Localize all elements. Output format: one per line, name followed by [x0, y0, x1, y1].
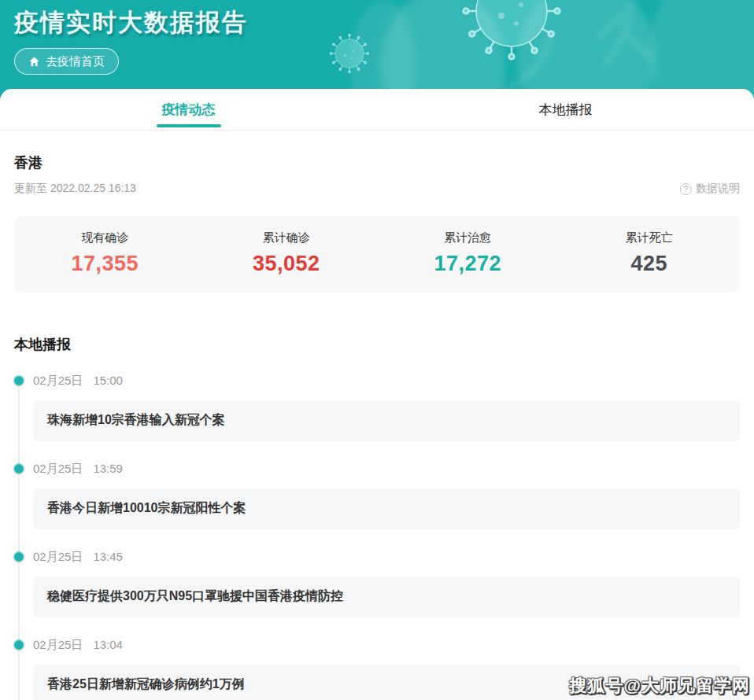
stat-value: 17,355: [14, 252, 196, 276]
stat-total-deaths: 累计死亡 425: [559, 230, 741, 276]
news-item-time: 02月25日13:04: [33, 638, 740, 653]
stat-value: 17,272: [377, 252, 559, 276]
content-panel: 疫情动态 本地播报 香港 更新至 2022.02.25 16:13 ? 数据说明…: [0, 89, 754, 700]
news-item-date: 02月25日: [33, 638, 83, 651]
news-item-time: 02月25日13:45: [33, 550, 740, 565]
page-header: 疫情实时大数据报告 去疫情首页: [0, 0, 754, 101]
data-note-link[interactable]: ? 数据说明: [680, 182, 740, 196]
tab-bar: 疫情动态 本地播报: [0, 89, 754, 131]
news-item: 02月25日13:59 香港今日新增10010宗新冠阳性个案: [14, 462, 740, 529]
stat-total-cured: 累计治愈 17,272: [377, 230, 559, 276]
go-epidemic-home-label: 去疫情首页: [46, 54, 105, 69]
help-icon: ?: [680, 183, 692, 195]
home-icon: [28, 56, 40, 68]
news-item: 02月25日15:00 珠海新增10宗香港输入新冠个案: [14, 374, 740, 441]
news-item-time: 02月25日15:00: [33, 374, 740, 389]
news-item-card[interactable]: 香港今日新增10010宗新冠阳性个案: [33, 488, 740, 529]
tab-local-broadcast-label: 本地播报: [539, 101, 593, 119]
stat-label: 累计确诊: [196, 230, 378, 245]
tab-epidemic-trends-label: 疫情动态: [162, 101, 216, 119]
page-title: 疫情实时大数据报告: [14, 6, 248, 39]
timeline-dot-icon: [14, 376, 24, 385]
region-section: 香港 更新至 2022.02.25 16:13 ? 数据说明: [0, 131, 754, 196]
news-item: 02月25日13:45 稳健医疗提供300万只N95口罩驰援中国香港疫情防控: [14, 550, 740, 617]
news-item-clock: 13:59: [93, 462, 123, 475]
news-item-clock: 13:04: [93, 638, 123, 651]
active-tab-underline: [157, 124, 221, 127]
timeline-dot-icon: [14, 640, 24, 650]
news-item-date: 02月25日: [33, 462, 83, 475]
tab-epidemic-trends[interactable]: 疫情动态: [0, 89, 377, 130]
timeline-dot-icon: [14, 464, 24, 473]
update-timestamp: 更新至 2022.02.25 16:13: [14, 182, 136, 196]
news-item-date: 02月25日: [33, 550, 83, 563]
stat-total-confirmed: 累计确诊 35,052: [196, 230, 378, 276]
region-name: 香港: [14, 153, 740, 172]
news-item-card[interactable]: 稳健医疗提供300万只N95口罩驰援中国香港疫情防控: [33, 577, 740, 617]
news-item-clock: 15:00: [93, 374, 123, 387]
news-item-time: 02月25日13:59: [33, 462, 740, 477]
stat-label: 累计治愈: [377, 230, 559, 245]
local-broadcast-section: 本地播报 02月25日15:00 珠海新增10宗香港输入新冠个案 02月25日1…: [14, 335, 740, 700]
stat-label: 现有确诊: [14, 230, 196, 245]
news-item-date: 02月25日: [33, 374, 83, 387]
go-epidemic-home-button[interactable]: 去疫情首页: [14, 48, 119, 75]
tab-local-broadcast[interactable]: 本地播报: [377, 89, 754, 130]
news-item-card[interactable]: 珠海新增10宗香港输入新冠个案: [33, 400, 740, 441]
sohu-watermark: 搜狐号@大师兄留学网: [570, 674, 750, 698]
timeline-dot-icon: [14, 552, 24, 562]
news-item-clock: 13:45: [93, 550, 123, 563]
stats-summary-card: 现有确诊 17,355 累计确诊 35,052 累计治愈 17,272 累计死亡…: [14, 216, 740, 293]
local-broadcast-heading: 本地播报: [14, 335, 740, 354]
stat-label: 累计死亡: [559, 230, 741, 245]
data-note-label: 数据说明: [696, 182, 740, 196]
stat-value: 35,052: [196, 252, 378, 276]
stat-value: 425: [559, 252, 741, 276]
stat-existing-confirmed: 现有确诊 17,355: [14, 230, 196, 276]
